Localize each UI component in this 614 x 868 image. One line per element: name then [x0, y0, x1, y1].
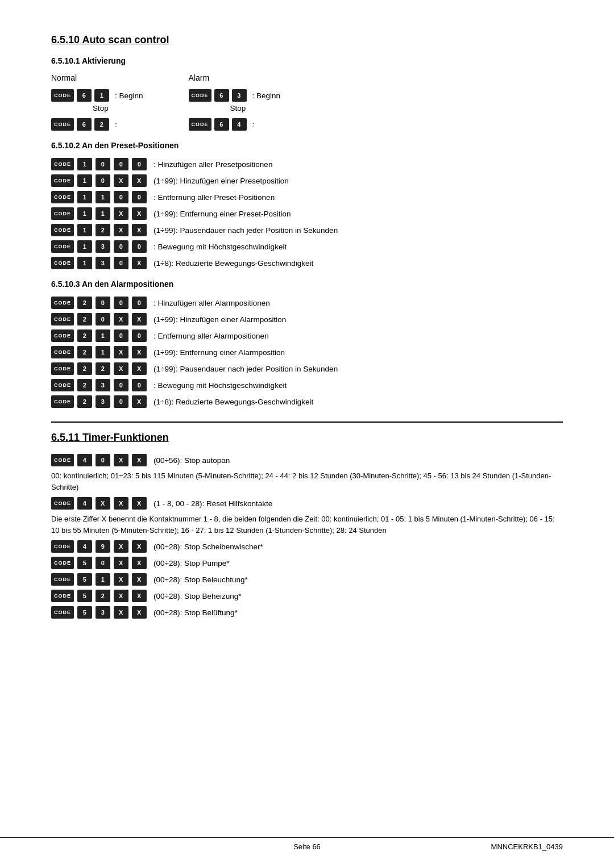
key-1: 1 — [77, 207, 92, 220]
key-2: 2 — [96, 590, 110, 602]
code-row: CODE20XX(1÷99): Hinzufügen einer Alarmpo… — [51, 313, 563, 326]
code-row-text: (1÷8): Reduzierte Bewegungs-Geschwindigk… — [154, 259, 313, 268]
key-0: 0 — [132, 379, 147, 391]
colon-1: : — [115, 120, 117, 129]
key-X: X — [132, 207, 147, 220]
timer-block: CODE4XXX(1 - 8, 00 - 28): Reset Hilfskon… — [51, 497, 563, 536]
code-row-text: (1÷99): Pausendauer nach jeder Position … — [154, 226, 338, 235]
code-key: CODE — [51, 557, 74, 569]
normal-row-1: CODE 6 1 : Beginn — [51, 89, 143, 102]
code-key: CODE — [51, 313, 74, 326]
code-row-text: (00÷28): Stop Beheizung* — [154, 592, 242, 600]
key-3: 3 — [96, 240, 110, 253]
key-2: 2 — [94, 118, 109, 131]
key-X: X — [132, 497, 147, 510]
code-row: CODE52XX(00÷28): Stop Beheizung* — [51, 590, 563, 602]
code-key: CODE — [51, 395, 74, 408]
code-row: CODE1100: Entfernung aller Preset-Positi… — [51, 191, 563, 203]
timer-block: CODE50XX(00÷28): Stop Pumpe* — [51, 557, 563, 569]
code-key: CODE — [51, 89, 74, 102]
code-row-text: : Entfernung aller Preset-Positionen — [154, 193, 275, 202]
key-0: 0 — [114, 395, 128, 408]
key-X: X — [114, 346, 128, 358]
code-row-text: (1 - 8, 00 - 28): Reset Hilfskontakte — [154, 499, 272, 508]
key-0: 0 — [114, 257, 128, 269]
code-key: CODE — [51, 297, 74, 309]
code-row: CODE21XX(1÷99): Entfernung einer Alarmpo… — [51, 346, 563, 358]
code-key: CODE — [51, 158, 74, 170]
key-X: X — [114, 497, 128, 510]
code-row-text: (1÷99): Entfernung einer Alarmposition — [154, 348, 285, 357]
alarm-positions-rows: CODE2000: Hinzufügen aller Alarmposition… — [51, 297, 563, 408]
key-5: 5 — [77, 573, 92, 586]
key-6-a2: 6 — [214, 118, 229, 131]
code-key: CODE — [51, 240, 74, 253]
code-row: CODE22XX(1÷99): Pausendauer nach jeder P… — [51, 362, 563, 375]
code-key: CODE — [51, 590, 74, 602]
key-1: 1 — [96, 573, 110, 586]
key-1: 1 — [77, 224, 92, 236]
code-row: CODE12XX(1÷99): Pausendauer nach jeder P… — [51, 224, 563, 236]
key-9: 9 — [96, 540, 110, 553]
timer-block: CODE40XX(00÷56): Stop autopan00: kontinu… — [51, 454, 563, 493]
code-row: CODE40XX(00÷56): Stop autopan — [51, 454, 563, 466]
key-1: 1 — [96, 346, 110, 358]
key-0: 0 — [114, 297, 128, 309]
key-2: 2 — [96, 362, 110, 375]
code-key: CODE — [51, 346, 74, 358]
code-row: CODE230X(1÷8): Reduzierte Bewegungs-Gesc… — [51, 395, 563, 408]
beginn-label: : Beginn — [115, 91, 143, 100]
code-row: CODE1000: Hinzufügen aller Presetpositio… — [51, 158, 563, 170]
key-2: 2 — [77, 346, 92, 358]
key-4: 4 — [77, 540, 92, 553]
code-row: CODE11XX(1÷99): Entfernung einer Preset-… — [51, 207, 563, 220]
key-0: 0 — [96, 557, 110, 569]
timer-block: CODE53XX(00÷28): Stop Belüftung* — [51, 606, 563, 619]
subsection-title-2: 6.5.10.2 An den Preset-Positionen — [51, 141, 563, 150]
footer: Seite 66 MNNCEKRKB1_0439 — [0, 837, 614, 851]
code-row-text: : Entfernung aller Alarmpositionen — [154, 332, 269, 340]
key-1: 1 — [77, 240, 92, 253]
key-0: 0 — [132, 158, 147, 170]
code-row: CODE10XX(1÷99): Hinzufügen einer Presetp… — [51, 174, 563, 187]
code-row-text: : Hinzufügen aller Presetpositionen — [154, 160, 272, 169]
key-0: 0 — [132, 297, 147, 309]
key-5: 5 — [77, 590, 92, 602]
key-X: X — [132, 362, 147, 375]
code-row: CODE53XX(00÷28): Stop Belüftung* — [51, 606, 563, 619]
key-X: X — [114, 174, 128, 187]
key-X: X — [114, 454, 128, 466]
alarm-row-2: CODE 6 4 : — [189, 118, 281, 131]
code-row: CODE1300: Bewegung mit Höchstgeschwindig… — [51, 240, 563, 253]
key-2: 2 — [96, 224, 110, 236]
key-2: 2 — [77, 313, 92, 326]
key-X: X — [114, 313, 128, 326]
key-X: X — [114, 557, 128, 569]
key-X: X — [114, 573, 128, 586]
timer-rows: CODE40XX(00÷56): Stop autopan00: kontinu… — [51, 454, 563, 619]
stop-label-2: Stop — [230, 104, 281, 112]
code-key-a2: CODE — [189, 118, 211, 131]
code-row-text: : Bewegung mit Höchstgeschwindigkeit — [154, 243, 287, 251]
code-row-text: (00÷28): Stop Beleuchtung* — [154, 575, 248, 584]
code-key-2: CODE — [51, 118, 74, 131]
key-1: 1 — [77, 158, 92, 170]
code-row-text: (1÷99): Hinzufügen einer Alarmposition — [154, 315, 286, 324]
key-2: 2 — [77, 297, 92, 309]
key-X: X — [132, 346, 147, 358]
alarm-label: Alarm — [189, 73, 281, 82]
code-row-text: (1÷99): Entfernung einer Preset-Position — [154, 210, 291, 218]
code-row: CODE2100: Entfernung aller Alarmposition… — [51, 329, 563, 342]
key-X: X — [114, 362, 128, 375]
code-key: CODE — [51, 606, 74, 619]
key-1: 1 — [77, 257, 92, 269]
key-X: X — [114, 590, 128, 602]
code-key: CODE — [51, 379, 74, 391]
code-key: CODE — [51, 362, 74, 375]
code-key: CODE — [51, 454, 74, 466]
key-X: X — [114, 207, 128, 220]
normal-alarm-section: Normal CODE 6 1 : Beginn Stop CODE 6 2 :… — [51, 73, 563, 131]
code-row: CODE50XX(00÷28): Stop Pumpe* — [51, 557, 563, 569]
preset-positions-rows: CODE1000: Hinzufügen aller Presetpositio… — [51, 158, 563, 269]
key-X: X — [132, 573, 147, 586]
